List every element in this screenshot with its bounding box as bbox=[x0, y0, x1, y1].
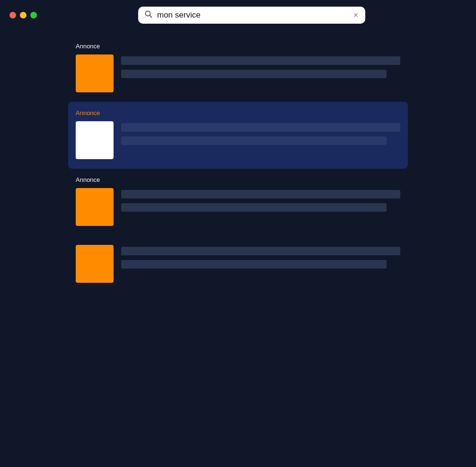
window-controls bbox=[9, 12, 37, 18]
close-button[interactable] bbox=[9, 12, 16, 18]
search-clear-button[interactable]: ✕ bbox=[353, 11, 359, 19]
result-card-3[interactable]: Annonce bbox=[76, 169, 400, 235]
result-card-2[interactable]: Annonce bbox=[68, 102, 408, 169]
titlebar: mon service ✕ bbox=[0, 0, 476, 30]
result-thumbnail-1 bbox=[76, 54, 114, 92]
result-lines-4 bbox=[121, 245, 400, 269]
minimize-button[interactable] bbox=[20, 12, 26, 18]
ad-label-3: Annonce bbox=[76, 176, 400, 183]
result-thumbnail-4 bbox=[76, 245, 114, 283]
result-row-4 bbox=[76, 245, 400, 283]
result-row-1 bbox=[76, 54, 400, 92]
results-area: Annonce Annonce Annonce bbox=[0, 30, 476, 297]
result-card-1[interactable]: Annonce bbox=[76, 35, 400, 102]
search-input[interactable]: mon service bbox=[157, 10, 348, 20]
result-thumbnail-3 bbox=[76, 188, 114, 226]
search-icon bbox=[145, 10, 152, 20]
maximize-button[interactable] bbox=[30, 12, 37, 18]
result-row-2 bbox=[76, 121, 400, 159]
result-line bbox=[121, 203, 387, 212]
result-line bbox=[121, 136, 387, 145]
result-card-4[interactable] bbox=[76, 235, 400, 292]
result-line bbox=[121, 56, 400, 65]
result-line bbox=[121, 123, 400, 132]
ad-label-2: Annonce bbox=[76, 109, 400, 117]
svg-line-1 bbox=[150, 16, 152, 18]
result-lines-2 bbox=[121, 121, 400, 145]
result-line bbox=[121, 247, 400, 255]
result-row-3 bbox=[76, 188, 400, 226]
result-line bbox=[121, 260, 387, 269]
ad-label-1: Annonce bbox=[76, 43, 400, 50]
result-thumbnail-2 bbox=[76, 121, 114, 159]
result-line bbox=[121, 190, 400, 198]
result-lines-1 bbox=[121, 54, 400, 78]
search-container: mon service ✕ bbox=[37, 7, 467, 24]
result-line bbox=[121, 70, 387, 78]
search-bar: mon service ✕ bbox=[138, 7, 365, 24]
result-lines-3 bbox=[121, 188, 400, 212]
